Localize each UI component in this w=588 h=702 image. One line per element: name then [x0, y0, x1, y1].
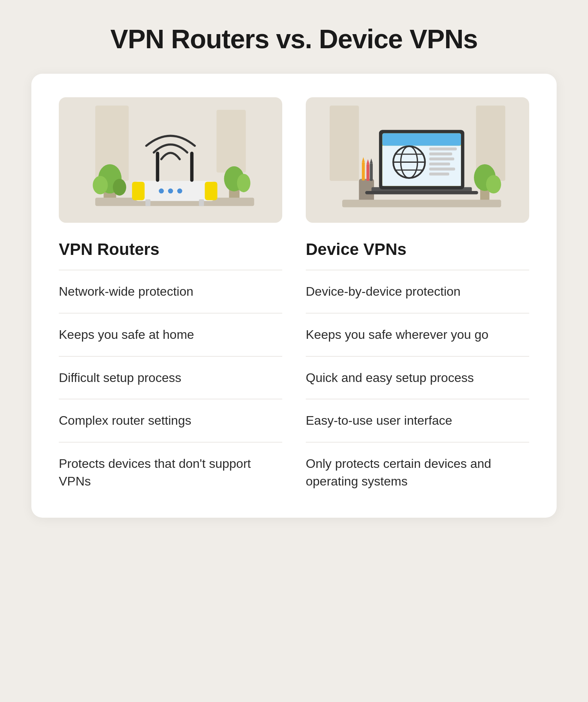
svg-rect-17	[145, 199, 151, 206]
svg-point-6	[113, 179, 126, 196]
vpn-feature-2: Keeps you safe wherever you go	[306, 326, 529, 356]
svg-rect-47	[429, 153, 452, 155]
router-image	[59, 97, 282, 223]
vpn-routers-column: VPN Routers Network-wide protection Keep…	[59, 97, 282, 490]
svg-rect-18	[199, 199, 204, 206]
router-feature-3: Difficult setup process	[59, 369, 282, 400]
columns-container: VPN Routers Network-wide protection Keep…	[59, 97, 529, 490]
comparison-card: VPN Routers Network-wide protection Keep…	[31, 74, 557, 518]
router-feature-1: Network-wide protection	[59, 283, 282, 313]
vpns-divider-top	[306, 270, 529, 270]
router-svg	[59, 97, 282, 223]
svg-rect-30	[367, 164, 369, 181]
routers-divider-top	[59, 270, 282, 270]
svg-point-5	[93, 176, 108, 195]
svg-rect-46	[429, 147, 457, 150]
router-feature-2: Keeps you safe at home	[59, 326, 282, 356]
routers-heading: VPN Routers	[59, 240, 282, 259]
vpn-feature-4: Easy-to-use user interface	[306, 412, 529, 442]
svg-rect-12	[132, 182, 145, 200]
svg-rect-34	[342, 200, 501, 207]
laptop-image	[306, 97, 529, 223]
vpns-heading: Device VPNs	[306, 240, 529, 259]
svg-rect-20	[190, 152, 194, 182]
svg-point-14	[159, 189, 164, 194]
laptop-svg	[306, 97, 529, 223]
svg-rect-32	[370, 164, 372, 181]
svg-rect-13	[205, 182, 217, 200]
svg-rect-48	[429, 158, 454, 160]
vpn-feature-5: Only protects certain devices and operat…	[306, 455, 529, 490]
svg-rect-36	[365, 191, 478, 195]
svg-rect-28	[362, 162, 365, 180]
svg-rect-2	[216, 110, 246, 173]
router-feature-4: Complex router settings	[59, 412, 282, 442]
router-feature-5: Protects devices that don't support VPNs	[59, 455, 282, 490]
svg-point-9	[237, 174, 250, 192]
svg-rect-49	[429, 162, 450, 165]
svg-point-16	[177, 189, 182, 194]
svg-point-26	[486, 175, 501, 193]
svg-rect-19	[156, 152, 160, 182]
svg-rect-39	[382, 133, 461, 146]
svg-rect-50	[429, 167, 455, 170]
vpn-feature-3: Quick and easy setup process	[306, 369, 529, 400]
svg-rect-22	[330, 105, 359, 181]
page-title: VPN Routers vs. Device VPNs	[111, 24, 478, 54]
svg-point-15	[168, 189, 173, 194]
svg-rect-11	[135, 181, 214, 201]
svg-rect-51	[429, 173, 449, 175]
vpn-feature-1: Device-by-device protection	[306, 283, 529, 313]
device-vpns-column: Device VPNs Device-by-device protection …	[306, 97, 529, 490]
